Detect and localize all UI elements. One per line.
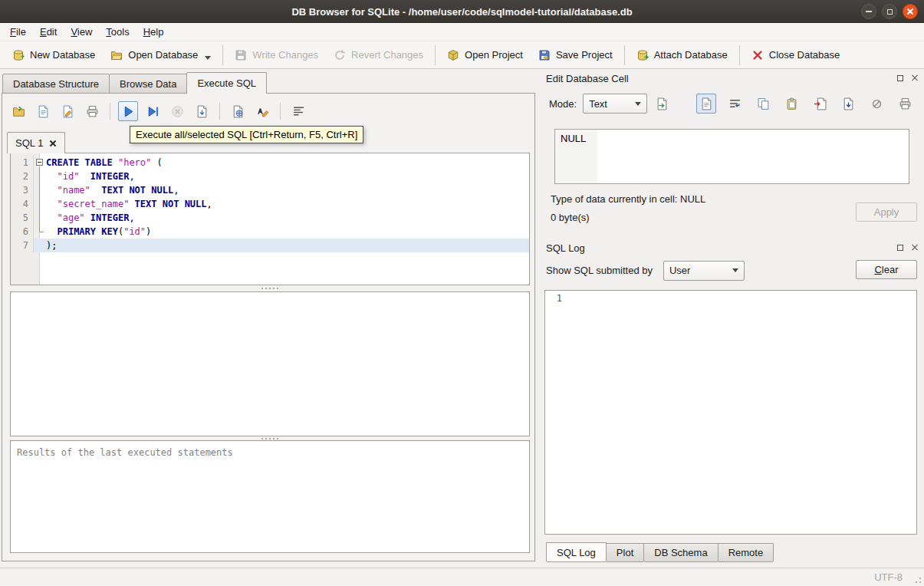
collapse-icon[interactable]	[36, 159, 43, 166]
text-document-icon	[700, 97, 713, 110]
cell-editor-toolbar	[696, 94, 915, 114]
editor-line[interactable]: 5 "age" INTEGER,	[11, 211, 529, 225]
dock-tab-label: SQL Log	[557, 547, 596, 558]
sql-log-title: SQL Log	[546, 242, 894, 254]
open-sql-file-button[interactable]	[8, 101, 28, 121]
close-dock-button[interactable]	[909, 242, 921, 254]
copy-icon	[757, 97, 770, 110]
editor-line[interactable]: 7);	[11, 239, 529, 252]
copy-cell-button[interactable]	[753, 94, 773, 114]
sql-log-dock-title: SQL Log	[546, 241, 921, 255]
sql-editor[interactable]: 1CREATE TABLE "hero" (2 "id" INTEGER,3 "…	[10, 153, 530, 285]
save-results-button[interactable]	[192, 101, 212, 121]
dock-tab-remote[interactable]: Remote	[718, 543, 774, 562]
chevron-down-icon	[635, 102, 641, 106]
open-sql-file-icon	[12, 105, 25, 118]
new-database-button[interactable]: New Database	[5, 45, 103, 65]
fold-marker-column	[34, 211, 46, 225]
close-dock-button[interactable]	[909, 72, 921, 84]
close-tab-icon[interactable]	[49, 140, 57, 147]
line-number: 7	[11, 239, 34, 252]
toolbar-separator	[435, 45, 436, 65]
dock-tab-db-schema[interactable]: DB Schema	[643, 543, 718, 562]
print-sql-button[interactable]	[82, 101, 102, 121]
open-database-label: Open Database	[128, 49, 198, 61]
export-cell-button[interactable]	[838, 94, 858, 114]
sql-tab-1[interactable]: SQL 1	[7, 132, 65, 153]
save-sql-as-button[interactable]	[58, 101, 77, 121]
minimize-button[interactable]	[861, 4, 876, 19]
editor-line[interactable]: 4 "secret_name" TEXT NOT NULL,	[11, 197, 529, 211]
resize-grip[interactable]	[912, 574, 922, 584]
menu-help[interactable]: Help	[136, 23, 171, 41]
results-message-area[interactable]: Results of the last executed statements	[10, 440, 530, 553]
set-null-icon	[870, 97, 883, 110]
maximize-button[interactable]	[882, 4, 897, 19]
float-dock-button[interactable]	[894, 72, 906, 84]
execute-line-button[interactable]	[143, 101, 163, 121]
set-null-button[interactable]	[866, 94, 886, 114]
execute-tooltip: Execute all/selected SQL [Ctrl+Return, F…	[130, 126, 363, 143]
cell-value-editor[interactable]: NULL	[554, 129, 909, 184]
menu-edit[interactable]: Edit	[33, 23, 64, 41]
close-icon	[911, 244, 919, 252]
left-panel: Database Structure Browse Data Execute S…	[0, 69, 541, 568]
log-filter-combobox[interactable]: User	[663, 261, 745, 281]
close-window-button[interactable]	[903, 4, 918, 19]
fold-marker-column[interactable]	[34, 156, 46, 170]
sql-log-view[interactable]: 1	[544, 290, 917, 535]
mode-combobox[interactable]: Text	[583, 94, 647, 114]
float-dock-button[interactable]	[894, 242, 906, 254]
fold-marker-column	[34, 225, 46, 239]
format-sql-button[interactable]	[288, 101, 308, 121]
open-database-button[interactable]: Open Database	[103, 45, 219, 65]
save-sql-file-button[interactable]	[33, 101, 53, 121]
maximize-icon	[887, 9, 893, 15]
attach-database-button[interactable]: Attach Database	[629, 45, 735, 65]
title-bar: DB Browser for SQLite - /home/user/code/…	[0, 0, 924, 23]
open-database-dropdown-icon[interactable]	[205, 56, 211, 60]
close-database-icon	[751, 49, 764, 61]
editor-lines: 1CREATE TABLE "hero" (2 "id" INTEGER,3 "…	[11, 153, 529, 252]
apply-button: Apply	[856, 202, 917, 222]
tab-database-structure[interactable]: Database Structure	[2, 74, 110, 94]
open-external-button[interactable]	[652, 94, 672, 114]
close-database-label: Close Database	[769, 49, 840, 61]
status-bar: UTF-8	[0, 568, 924, 586]
print-cell-button[interactable]	[895, 94, 915, 114]
open-project-icon	[447, 49, 459, 61]
paste-cell-button[interactable]	[781, 94, 801, 114]
tab-execute-sql[interactable]: Execute SQL	[186, 72, 267, 94]
print-icon	[86, 105, 99, 118]
editor-line[interactable]: 6 PRIMARY KEY("id")	[11, 225, 529, 239]
clear-log-button[interactable]: Clear	[856, 260, 917, 279]
menu-view[interactable]: View	[64, 23, 99, 41]
editor-line[interactable]: 3 "name" TEXT NOT NULL,	[11, 183, 529, 197]
edit-text-icon	[256, 105, 269, 118]
menu-file[interactable]: File	[3, 23, 33, 41]
cell-value-text: NULL	[561, 133, 586, 144]
execute-sql-panel: Execute all/selected SQL [Ctrl+Return, F…	[2, 93, 535, 561]
execute-all-button[interactable]	[118, 101, 138, 121]
dock-tab-plot[interactable]: Plot	[606, 543, 644, 562]
editor-line[interactable]: 1CREATE TABLE "hero" (	[11, 156, 529, 170]
menu-tools[interactable]: Tools	[99, 23, 136, 41]
word-wrap-button[interactable]	[725, 94, 745, 114]
results-grid[interactable]	[10, 291, 530, 436]
line-number: 1	[11, 156, 34, 170]
save-project-button[interactable]: Save Project	[531, 45, 620, 65]
close-database-button[interactable]: Close Database	[744, 45, 848, 65]
splitter-handle[interactable]	[10, 286, 530, 291]
edit-pragmas-button[interactable]	[252, 101, 272, 121]
editor-line[interactable]: 2 "id" INTEGER,	[11, 170, 529, 183]
import-cell-button[interactable]	[810, 94, 830, 114]
fold-marker-column	[34, 239, 46, 252]
revert-changes-label: Revert Changes	[351, 49, 423, 61]
tab-browse-data[interactable]: Browse Data	[109, 74, 187, 94]
dock-tab-sql-log[interactable]: SQL Log	[546, 542, 607, 562]
text-mode-button[interactable]	[696, 94, 716, 114]
code-text: "secret_name" TEXT NOT NULL,	[46, 197, 529, 211]
log-filter-value: User	[669, 265, 690, 276]
export-csv-button[interactable]	[228, 101, 248, 121]
open-project-button[interactable]: Open Project	[439, 45, 531, 65]
